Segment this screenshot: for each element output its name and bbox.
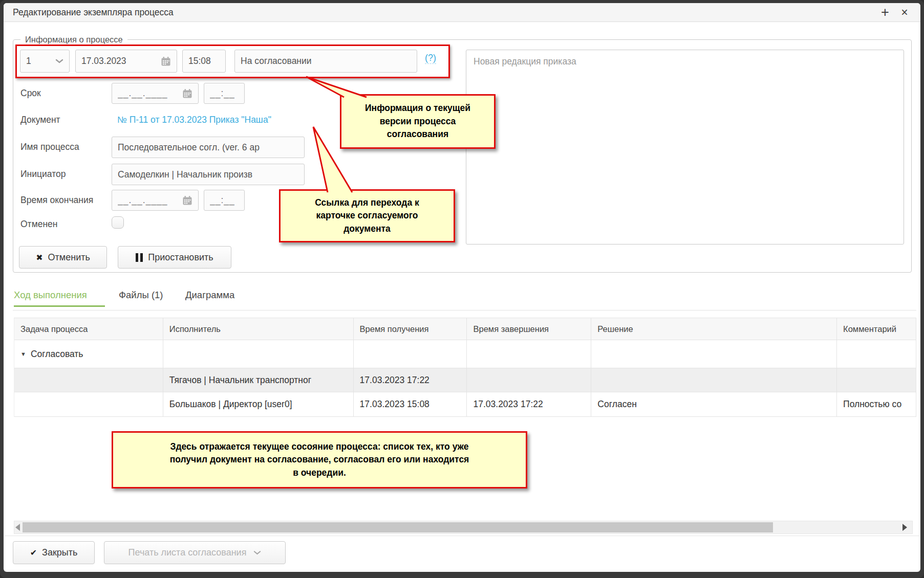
cell-completed — [467, 368, 591, 392]
document-label: Документ — [20, 115, 60, 125]
collapse-arrow-icon[interactable]: ▼ — [20, 351, 26, 357]
tabbar-divider — [13, 310, 916, 310]
calendar-icon[interactable] — [182, 88, 192, 99]
document-link[interactable]: № П-11 от 17.03.2023 Приказ "Наша" — [117, 115, 271, 125]
cancelled-label: Отменен — [20, 219, 57, 230]
cancel-x-icon: ✖ — [36, 253, 42, 262]
initiator-value: Самоделкин | Начальник произв — [118, 169, 298, 180]
cell-task — [14, 392, 163, 416]
tab-files[interactable]: Файлы (1) — [119, 290, 163, 308]
end-date-placeholder: __.__.____ — [118, 195, 182, 206]
comment-textarea[interactable]: Новая редакция приказа — [466, 50, 904, 244]
cancelled-checkbox[interactable] — [112, 216, 124, 229]
cell-executor — [163, 340, 354, 368]
column-header-task: Задача процесса — [14, 318, 163, 340]
pause-process-button[interactable]: Приостановить — [118, 246, 231, 269]
cell-task — [14, 368, 163, 392]
scroll-right-arrow-icon[interactable] — [902, 524, 907, 531]
cell-comment — [837, 368, 916, 392]
chevron-down-icon — [253, 550, 261, 555]
cell-decision: Согласен — [591, 392, 837, 416]
process-info-legend: Информация о процессе — [20, 35, 127, 45]
process-name-value: Последовательное согл. (ver. 6 ap — [118, 142, 298, 153]
end-date-input[interactable]: __.__.____ — [112, 190, 199, 211]
cell-executor: Тягачов | Начальник транспортног — [163, 368, 354, 392]
check-icon: ✔ — [30, 548, 37, 558]
column-header-executor: Исполнитель — [163, 318, 354, 340]
column-header-received: Время получения — [354, 318, 467, 340]
progress-table: Задача процесса Исполнитель Время получе… — [14, 318, 916, 417]
version-row-highlight — [15, 45, 450, 78]
initiator-input[interactable]: Самоделкин | Начальник произв — [112, 164, 305, 185]
cancel-process-button[interactable]: ✖ Отменить — [19, 246, 107, 269]
cell-completed: 17.03.2023 17:22 — [467, 392, 591, 416]
callout-table-note: Здесь отражается текущее сосояние процес… — [112, 431, 527, 488]
close-dialog-button[interactable]: ✔ Закрыть — [13, 541, 95, 564]
tab-diagram[interactable]: Диаграмма — [185, 290, 234, 308]
print-approval-sheet-button[interactable]: Печать листа согласования — [104, 541, 286, 564]
cell-completed — [467, 340, 591, 368]
cell-decision — [591, 340, 837, 368]
cell-comment — [837, 340, 916, 368]
column-header-comment: Комментарий — [837, 318, 916, 340]
cell-received: 17.03.2023 17:22 — [354, 368, 467, 392]
scroll-left-arrow-icon[interactable] — [15, 524, 20, 531]
calendar-icon[interactable] — [182, 195, 192, 206]
footer-divider — [4, 536, 920, 536]
pause-button-label: Приостановить — [148, 252, 213, 263]
deadline-time-placeholder: __:__ — [210, 88, 239, 99]
active-tab-underline — [14, 305, 105, 307]
callout-link-note: Ссылка для перехода к карточке согласуем… — [279, 189, 455, 242]
deadline-date-placeholder: __.__.____ — [118, 88, 182, 99]
deadline-date-input[interactable]: __.__.____ — [112, 83, 199, 104]
end-time-input[interactable]: __:__ — [204, 190, 245, 211]
cell-text: Согласовать — [31, 349, 83, 360]
callout-version-note: Информация о текущей версии процесса сог… — [340, 94, 496, 149]
cell-comment: Полностью со — [837, 392, 916, 416]
expand-icon[interactable]: + — [877, 4, 893, 20]
titlebar: Редактирование экземпляра процесса + × — [4, 3, 920, 22]
cancel-button-label: Отменить — [48, 252, 90, 263]
comment-text: Новая редакция приказа — [474, 56, 576, 66]
table-row[interactable]: Тягачов | Начальник транспортног 17.03.2… — [14, 368, 916, 392]
cell-received: 17.03.2023 15:08 — [354, 392, 467, 416]
close-button-label: Закрыть — [42, 547, 77, 558]
deadline-time-input[interactable]: __:__ — [204, 83, 245, 104]
table-row-group[interactable]: ▼ Согласовать — [14, 340, 916, 368]
cell-received — [354, 340, 467, 368]
cell-executor: Большаков | Директор [user0] — [163, 392, 354, 416]
deadline-label: Срок — [20, 88, 41, 99]
cell-decision — [591, 368, 837, 392]
screenshot-root: Редактирование экземпляра процесса + × И… — [0, 0, 924, 578]
print-button-label: Печать листа согласования — [128, 547, 247, 558]
end-time-label: Время окончания — [20, 195, 93, 206]
cell-task: ▼ Согласовать — [14, 340, 163, 368]
pause-icon — [136, 253, 143, 262]
initiator-label: Инициатор — [20, 169, 66, 180]
dialog-title: Редактирование экземпляра процесса — [4, 7, 174, 18]
scrollbar-thumb[interactable] — [23, 522, 773, 532]
end-time-placeholder: __:__ — [210, 195, 239, 206]
column-header-decision: Решение — [591, 318, 837, 340]
close-icon[interactable]: × — [897, 4, 912, 20]
process-name-label: Имя процесса — [20, 142, 79, 152]
table-row[interactable]: Большаков | Директор [user0] 17.03.2023 … — [14, 392, 916, 417]
table-header-row: Задача процесса Исполнитель Время получе… — [14, 318, 916, 340]
column-header-completed: Время завершения — [467, 318, 591, 340]
process-name-input[interactable]: Последовательное согл. (ver. 6 ap — [112, 137, 305, 158]
